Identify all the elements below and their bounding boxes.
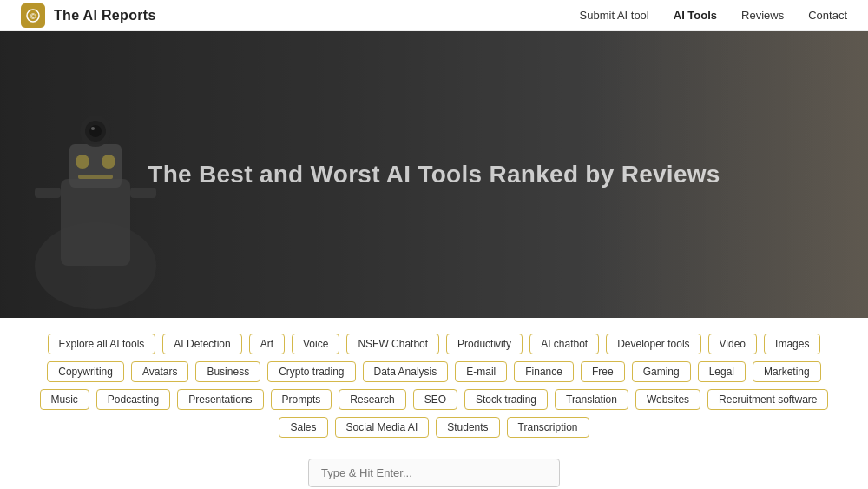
robot-illustration (0, 92, 191, 318)
logo-area: © The AI Reports (21, 3, 156, 28)
tag-item[interactable]: Research (339, 389, 405, 410)
tag-item[interactable]: E-mail (455, 361, 507, 382)
svg-point-5 (76, 155, 89, 169)
search-area (0, 446, 868, 489)
hero-title: The Best and Worst AI Tools Ranked by Re… (148, 161, 720, 188)
svg-rect-3 (61, 179, 130, 266)
svg-point-13 (91, 127, 95, 130)
tag-item[interactable]: Marketing (753, 361, 821, 382)
main-nav: Submit AI tool AI Tools Reviews Contact (580, 9, 847, 22)
svg-rect-8 (35, 188, 61, 198)
tag-item[interactable]: Music (40, 389, 89, 410)
tag-item[interactable]: Free (581, 361, 625, 382)
tag-item[interactable]: Business (195, 361, 260, 382)
tag-item[interactable]: Transcription (507, 417, 589, 438)
tag-item[interactable]: Legal (698, 361, 746, 382)
tag-item[interactable]: Images (764, 334, 820, 354)
logo-icon: © (21, 3, 45, 28)
tag-item[interactable]: Data Analysis (363, 361, 449, 382)
tag-item[interactable]: NSFW Chatbot (346, 334, 439, 354)
tag-item[interactable]: Voice (292, 334, 339, 354)
tag-item[interactable]: Developer tools (606, 334, 700, 354)
tag-item[interactable]: Translation (555, 389, 628, 410)
tag-item[interactable]: Copywriting (47, 361, 124, 382)
tag-item[interactable]: Explore all AI tools (48, 334, 156, 354)
tag-item[interactable]: Art (249, 334, 285, 354)
header: © The AI Reports Submit AI tool AI Tools… (0, 0, 868, 31)
svg-point-6 (102, 155, 115, 169)
tag-item[interactable]: Websites (635, 389, 700, 410)
svg-rect-9 (130, 188, 156, 198)
tag-item[interactable]: Gaming (632, 361, 691, 382)
svg-rect-7 (78, 175, 113, 179)
tag-item[interactable]: Sales (279, 417, 327, 438)
nav-ai-tools[interactable]: AI Tools (674, 9, 717, 22)
tag-item[interactable]: Presentations (177, 389, 263, 410)
tag-item[interactable]: AI Detection (162, 334, 241, 354)
tag-item[interactable]: Finance (514, 361, 574, 382)
svg-point-12 (89, 125, 102, 137)
search-input[interactable] (308, 459, 560, 487)
nav-contact[interactable]: Contact (808, 9, 847, 22)
svg-text:©: © (30, 12, 36, 21)
tag-item[interactable]: Recruitment software (707, 389, 828, 410)
nav-submit-ai-tool[interactable]: Submit AI tool (580, 9, 649, 22)
tag-item[interactable]: Crypto trading (267, 361, 355, 382)
tag-item[interactable]: Students (436, 417, 499, 438)
tag-item[interactable]: AI chatbot (529, 334, 599, 354)
tag-item[interactable]: SEO (413, 389, 457, 410)
site-title: The AI Reports (54, 8, 156, 23)
tag-item[interactable]: Social Media AI (335, 417, 430, 438)
tag-item[interactable]: Productivity (446, 334, 523, 354)
tag-item[interactable]: Avatars (131, 361, 188, 382)
tag-item[interactable]: Podcasting (96, 389, 170, 410)
hero-section: The Best and Worst AI Tools Ranked by Re… (0, 31, 868, 318)
tag-item[interactable]: Video (708, 334, 757, 354)
nav-reviews[interactable]: Reviews (741, 9, 784, 22)
tag-item[interactable]: Prompts (271, 389, 332, 410)
tags-section: Explore all AI toolsAI DetectionArtVoice… (0, 318, 868, 446)
tag-item[interactable]: Stock trading (464, 389, 548, 410)
